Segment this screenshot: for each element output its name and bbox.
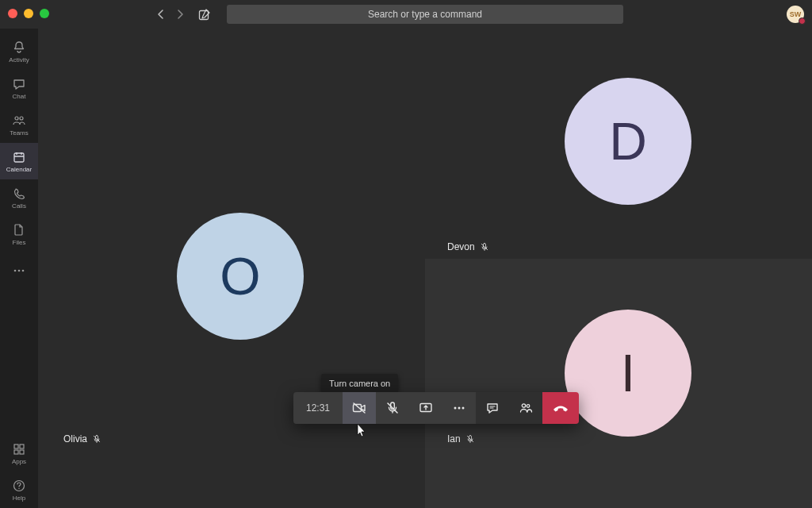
rail-help[interactable]: Help (0, 471, 38, 508)
share-screen-icon (418, 400, 434, 416)
svg-point-16 (458, 407, 461, 410)
bell-icon (12, 40, 26, 55)
topbar: Search or type a command SW (38, 0, 812, 29)
participant-name: Ian (447, 433, 461, 444)
meeting-timer-value: 12:31 (306, 402, 330, 414)
svg-point-1 (15, 117, 18, 120)
nav-arrows (157, 9, 184, 20)
rail-apps-label: Apps (12, 458, 26, 465)
mic-off-icon (385, 400, 400, 416)
mouse-cursor-icon (354, 423, 367, 442)
rail-apps[interactable]: Apps (0, 435, 38, 471)
rail-calls[interactable]: Calls (0, 179, 38, 216)
more-icon (12, 264, 26, 278)
teams-icon (12, 114, 26, 128)
search-input[interactable]: Search or type a command (227, 5, 623, 24)
svg-point-5 (18, 270, 21, 272)
camera-off-icon (351, 400, 367, 416)
file-icon (12, 223, 26, 237)
rail-teams-label: Teams (10, 129, 29, 137)
rail-teams[interactable]: Teams (0, 106, 38, 143)
rail-chat-label: Chat (13, 93, 26, 100)
rail-help-label: Help (13, 495, 25, 502)
svg-rect-7 (14, 444, 18, 448)
meeting-stage: O D I Olivia Devon Ian Turn camera on 12… (38, 29, 812, 508)
name-tag-ian: Ian (447, 433, 475, 444)
rail-chat[interactable]: Chat (0, 70, 38, 106)
rail-calendar[interactable]: Calendar (0, 143, 38, 179)
participant-name: Devon (447, 241, 475, 252)
svg-point-19 (527, 405, 530, 408)
forward-button[interactable] (176, 9, 184, 20)
svg-rect-9 (14, 450, 18, 454)
svg-point-15 (454, 407, 457, 410)
apps-icon (12, 442, 26, 456)
minimize-window-button[interactable] (24, 9, 33, 18)
tooltip-camera: Turn camera on (321, 374, 398, 393)
user-initials: SW (790, 10, 802, 18)
rail-activity-label: Activity (9, 56, 29, 64)
camera-toggle-button[interactable] (343, 392, 376, 424)
hang-up-button[interactable] (542, 392, 579, 424)
chat-icon (485, 400, 500, 416)
more-actions-button[interactable] (442, 392, 476, 424)
svg-rect-8 (20, 444, 24, 448)
mic-off-icon (465, 434, 475, 444)
avatar-ian-initial: I (621, 343, 635, 403)
close-window-button[interactable] (8, 9, 17, 18)
chat-icon (12, 77, 26, 91)
compose-button[interactable] (198, 8, 211, 21)
back-button[interactable] (157, 9, 165, 20)
svg-rect-3 (14, 153, 24, 162)
share-screen-button[interactable] (409, 392, 442, 424)
rail-files[interactable]: Files (0, 216, 38, 252)
svg-point-12 (18, 487, 19, 488)
search-placeholder: Search or type a command (368, 9, 482, 20)
rail-calendar-label: Calendar (6, 166, 32, 173)
svg-point-17 (462, 407, 465, 410)
participant-name: Olivia (63, 433, 87, 444)
svg-rect-10 (20, 450, 24, 454)
name-tag-olivia: Olivia (63, 433, 102, 444)
svg-point-18 (522, 404, 525, 407)
more-icon (451, 400, 467, 416)
avatar-devon: D (565, 78, 691, 205)
app-rail: Activity Chat Teams Calendar Calls Files… (0, 29, 38, 508)
rail-calls-label: Calls (12, 202, 26, 210)
rail-more[interactable] (0, 252, 38, 289)
meeting-timer: 12:31 (293, 392, 343, 424)
meeting-control-bar: 12:31 (293, 392, 579, 424)
tooltip-text: Turn camera on (329, 379, 390, 388)
svg-point-6 (22, 270, 25, 272)
avatar-ian: I (565, 310, 691, 437)
name-tag-devon: Devon (447, 241, 489, 252)
phone-icon (12, 187, 26, 201)
presence-busy-icon (799, 17, 806, 25)
avatar-olivia-initial: O (220, 246, 260, 306)
show-participants-button[interactable] (509, 392, 542, 424)
rail-files-label: Files (13, 239, 26, 246)
mic-off-icon (92, 434, 102, 444)
mic-off-icon (480, 242, 489, 252)
avatar-devon-initial: D (609, 111, 647, 171)
svg-point-4 (14, 270, 17, 272)
show-conversation-button[interactable] (476, 392, 509, 424)
calendar-icon (12, 150, 26, 164)
mic-toggle-button[interactable] (376, 392, 409, 424)
avatar-olivia: O (177, 213, 304, 340)
rail-activity[interactable]: Activity (0, 33, 38, 70)
hang-up-icon (551, 400, 570, 416)
people-icon (518, 400, 534, 416)
svg-point-2 (20, 117, 23, 120)
help-icon (12, 479, 26, 493)
